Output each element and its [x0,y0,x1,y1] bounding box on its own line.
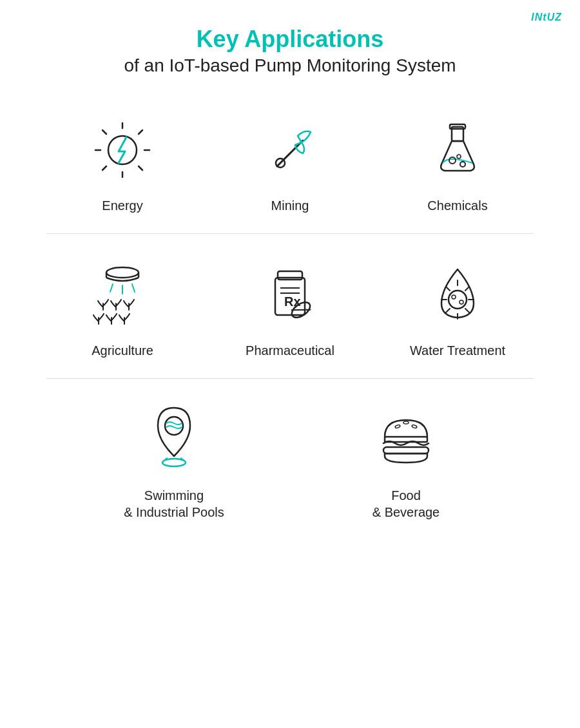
header-title-accent: Key Applications [0,26,580,53]
page-header: Key Applications of an IoT-based Pump Mo… [0,0,580,89]
pharmaceutical-icon: Rx [255,260,325,330]
svg-line-41 [446,309,450,312]
item-energy: Energy [58,115,187,214]
section-2: Agriculture Rx Pharmaceutical [0,234,580,378]
energy-label: Energy [102,197,142,214]
svg-line-9 [277,140,303,166]
svg-point-54 [412,425,418,428]
svg-point-43 [449,291,467,309]
agriculture-icon [87,260,158,330]
item-water-treatment: Water Treatment [393,260,522,359]
svg-line-4 [102,130,106,134]
food-beverage-icon [371,405,441,475]
item-food-beverage: Food & Beverage [342,405,470,521]
svg-line-19 [110,284,113,292]
svg-point-52 [395,425,401,428]
svg-point-16 [106,267,139,278]
svg-line-6 [139,130,142,134]
svg-line-7 [102,166,106,170]
item-mining: Mining [226,115,354,214]
svg-point-53 [403,421,409,424]
chemicals-icon [422,115,493,186]
food-beverage-label: Food & Beverage [372,487,440,521]
svg-point-15 [457,155,461,158]
section-3: Swimming & Industrial Pools [0,379,580,540]
mining-label: Mining [271,197,309,214]
water-treatment-label: Water Treatment [410,342,505,359]
section-1: Energy Mining [0,89,580,233]
svg-point-44 [452,295,456,299]
svg-line-21 [132,284,135,292]
item-agriculture: Agriculture [58,260,187,359]
mining-icon [255,115,325,186]
svg-line-40 [465,287,469,291]
chemicals-label: Chemicals [427,197,487,214]
svg-line-5 [139,166,142,170]
svg-rect-50 [383,447,429,454]
svg-point-14 [460,162,465,167]
agriculture-label: Agriculture [92,342,153,359]
svg-point-8 [108,136,137,164]
svg-text:Rx: Rx [284,294,301,309]
svg-line-39 [446,287,450,291]
water-treatment-icon [422,260,493,330]
svg-point-45 [459,300,463,304]
swimming-pools-label: Swimming & Industrial Pools [124,487,224,521]
svg-point-13 [449,157,456,164]
item-chemicals: Chemicals [393,115,522,214]
item-pharmaceutical: Rx Pharmaceutical [226,260,354,359]
header-title-main: of an IoT-based Pump Monitoring System [0,55,580,76]
energy-icon [87,115,158,186]
svg-line-42 [465,309,469,312]
swimming-pools-icon [139,405,209,475]
brand-logo: INtUZ [531,12,562,23]
svg-rect-51 [385,437,427,442]
item-swimming-pools: Swimming & Industrial Pools [110,405,238,521]
pharmaceutical-label: Pharmaceutical [246,342,334,359]
